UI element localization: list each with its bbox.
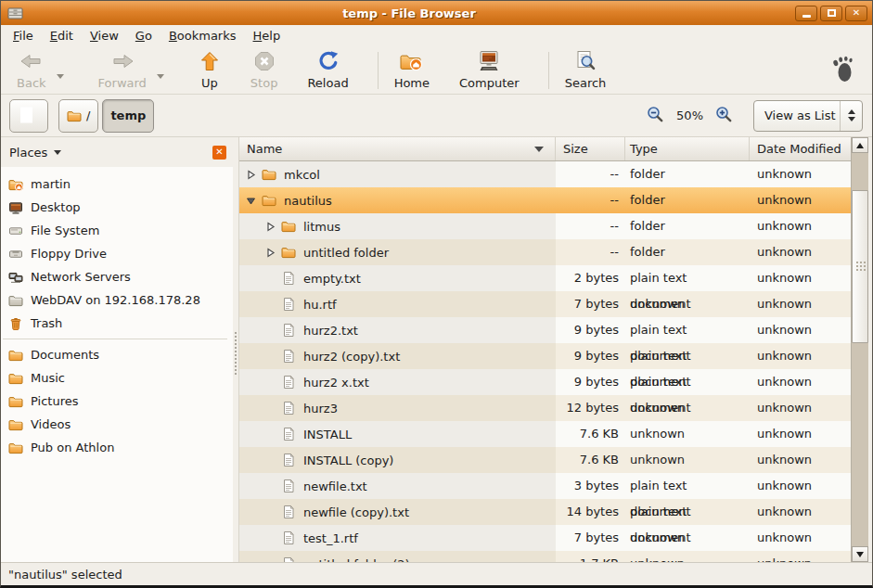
- home-button[interactable]: Home: [386, 48, 438, 92]
- table-row[interactable]: hurz2 (copy).txt9 bytesplain text docume…: [239, 343, 851, 369]
- name-cell: newfile (copy).txt: [239, 499, 556, 525]
- expander-closed-icon[interactable]: [245, 169, 256, 180]
- menu-go[interactable]: Go: [127, 27, 160, 45]
- view-mode-selector[interactable]: View as List: [753, 100, 863, 132]
- forward-icon: [109, 50, 135, 75]
- scroll-down-button[interactable]: [852, 546, 868, 562]
- sidebar-item-music[interactable]: Music: [1, 366, 233, 390]
- type-cell: unknown: [625, 525, 750, 551]
- expander-spacer: [264, 480, 276, 492]
- path-button-[interactable]: /: [58, 99, 98, 133]
- table-row[interactable]: INSTALL (copy)7.6 KBunknownunknown: [239, 447, 851, 473]
- pane-resize-handle[interactable]: [233, 137, 238, 562]
- toolbar-button-label: Stop: [250, 77, 278, 90]
- sidebar-item-pub-on-athlon[interactable]: Pub on Athlon: [1, 436, 233, 459]
- table-row[interactable]: newfile.txt3 bytesplain text documentunk…: [239, 473, 851, 499]
- size-cell: 1.7 KB: [556, 551, 625, 562]
- vertical-scrollbar[interactable]: [851, 137, 868, 562]
- edit-location-toggle[interactable]: [9, 99, 48, 133]
- type-cell: plain text document: [625, 343, 750, 369]
- back-icon: [19, 50, 45, 75]
- up-button[interactable]: Up: [190, 48, 229, 92]
- zoom-out-button[interactable]: [647, 106, 664, 126]
- places-selector[interactable]: Places: [9, 146, 47, 160]
- file-icon: [281, 349, 296, 364]
- toolbar-button-label: Back: [17, 77, 46, 90]
- table-row[interactable]: hurz2.txt9 bytesplain text documentunkno…: [239, 317, 851, 343]
- sidebar-item-label: Documents: [31, 348, 99, 362]
- sidebar-close-button[interactable]: ✕: [212, 146, 226, 160]
- scroll-up-button[interactable]: [852, 137, 868, 153]
- type-cell: folder: [625, 187, 750, 213]
- table-row[interactable]: litmus--folderunknown: [239, 213, 851, 239]
- table-row[interactable]: newfile (copy).txt14 bytesplain text doc…: [239, 499, 851, 525]
- minimize-button[interactable]: [795, 6, 817, 21]
- sidebar-item-label: Videos: [31, 417, 71, 431]
- sidebar-item-videos[interactable]: Videos: [1, 413, 233, 436]
- menu-file[interactable]: File: [5, 27, 42, 45]
- sidebar-item-floppy-drive[interactable]: Floppy Drive: [1, 242, 233, 265]
- reload-button[interactable]: Reload: [299, 48, 356, 92]
- menu-edit[interactable]: Edit: [42, 27, 82, 45]
- file-browser-window: temp - File Browser ✕ FileEditViewGoBook…: [0, 0, 873, 588]
- size-cell: --: [556, 213, 625, 239]
- path-button-label: temp: [110, 109, 146, 122]
- chevron-down-icon[interactable]: [157, 74, 164, 79]
- scrollbar-thumb[interactable]: [852, 190, 868, 343]
- menu-bookmarks[interactable]: Bookmarks: [160, 27, 245, 45]
- column-header-label: Date Modified: [757, 142, 841, 156]
- expander-closed-icon[interactable]: [264, 247, 276, 258]
- expander-open-icon[interactable]: [245, 195, 256, 206]
- search-button[interactable]: Search: [557, 48, 615, 92]
- column-header-date-modified[interactable]: Date Modified: [750, 137, 851, 160]
- grip-dots-icon: [856, 262, 858, 263]
- path-button-temp[interactable]: temp: [102, 99, 154, 133]
- table-row[interactable]: INSTALL7.6 KBunknownunknown: [239, 421, 851, 447]
- menu-help[interactable]: Help: [245, 27, 289, 45]
- sidebar-item-desktop[interactable]: Desktop: [1, 196, 233, 219]
- table-row[interactable]: untitled folder--folderunknown: [239, 239, 851, 265]
- table-row[interactable]: untitled folder (2)1.7 KBunknownunknown: [239, 551, 851, 562]
- table-row[interactable]: test_1.rtf7 bytesunknownunknown: [239, 525, 851, 551]
- column-header-label: Name: [247, 142, 282, 156]
- search-icon: [574, 50, 597, 75]
- type-cell: plain text document: [625, 317, 750, 343]
- menu-view[interactable]: View: [82, 27, 127, 45]
- sidebar-item-label: martin: [31, 177, 71, 191]
- sidebar-item-label: Music: [31, 371, 65, 385]
- column-header-size[interactable]: Size: [556, 137, 625, 160]
- maximize-button[interactable]: [820, 6, 842, 21]
- expander-closed-icon[interactable]: [264, 221, 276, 232]
- titlebar[interactable]: temp - File Browser ✕: [1, 1, 872, 25]
- up-icon: [199, 50, 221, 75]
- table-row[interactable]: nautilus--folderunknown: [239, 187, 851, 213]
- table-row[interactable]: hurz312 bytesunknownunknown: [239, 395, 851, 421]
- sidebar-item-pictures[interactable]: Pictures: [1, 390, 233, 413]
- table-row[interactable]: hurz2 x.txt9 bytesplain text documentunk…: [239, 369, 851, 395]
- column-header-name[interactable]: Name: [239, 137, 556, 160]
- close-button[interactable]: ✕: [845, 6, 867, 21]
- file-name: hurz2 x.txt: [303, 376, 369, 390]
- sidebar-item-network-servers[interactable]: Network Servers: [1, 265, 233, 288]
- chevron-down-icon[interactable]: [57, 74, 64, 79]
- table-row[interactable]: mkcol--folderunknown: [239, 161, 851, 187]
- sidebar-item-documents[interactable]: Documents: [1, 343, 233, 366]
- list-column-headers: NameSizeTypeDate Modified: [239, 137, 851, 161]
- table-row[interactable]: hu.rtf7 bytesunknownunknown: [239, 291, 851, 317]
- type-cell: plain text document: [625, 265, 750, 291]
- name-cell: mkcol: [239, 161, 556, 187]
- table-row[interactable]: empty.txt2 bytesplain text documentunkno…: [239, 265, 851, 291]
- sidebar-item-webdav-on-192-168-178-28[interactable]: WebDAV on 192.168.178.28: [1, 288, 233, 312]
- sidebar-item-trash[interactable]: Trash: [1, 312, 233, 335]
- sidebar-item-label: Floppy Drive: [31, 247, 107, 261]
- sidebar-item-martin[interactable]: martin: [1, 173, 233, 196]
- zoom-in-button[interactable]: [715, 106, 733, 126]
- column-header-type[interactable]: Type: [625, 137, 750, 160]
- computer-button[interactable]: Computer: [451, 48, 528, 92]
- trash-icon: [8, 316, 23, 331]
- file-name: hurz2.txt: [303, 324, 358, 338]
- folder-icon: [281, 245, 296, 260]
- file-icon: [281, 297, 296, 312]
- sidebar-item-file-system[interactable]: File System: [1, 219, 233, 242]
- file-name: INSTALL (copy): [303, 454, 393, 467]
